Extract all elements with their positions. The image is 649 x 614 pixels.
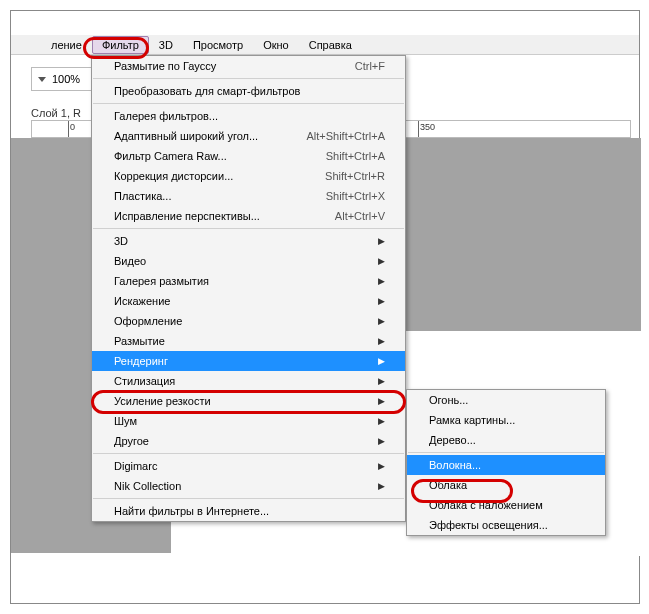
menu-item-label: Рамка картины... [429, 414, 515, 426]
submenu-arrow-icon: ▶ [378, 296, 385, 306]
rendering-submenu-item[interactable]: Облака [407, 475, 605, 495]
submenu-arrow-icon: ▶ [378, 316, 385, 326]
menu-item-label: Исправление перспективы... [114, 210, 260, 222]
menu-item-label: Рендеринг [114, 355, 168, 367]
filter-menu-item[interactable]: Фильтр Camera Raw...Shift+Ctrl+A [92, 146, 405, 166]
menu-item-label: Другое [114, 435, 149, 447]
submenu-arrow-icon: ▶ [378, 376, 385, 386]
menu-shortcut: Shift+Ctrl+X [326, 190, 385, 202]
menu-shortcut: Alt+Ctrl+V [335, 210, 385, 222]
filter-menu-item[interactable]: Видео▶ [92, 251, 405, 271]
filter-menu-item[interactable]: Оформление▶ [92, 311, 405, 331]
submenu-arrow-icon: ▶ [378, 276, 385, 286]
menu-item-label: Эффекты освещения... [429, 519, 548, 531]
menu-просмотр[interactable]: Просмотр [183, 36, 253, 54]
filter-menu-item[interactable]: Исправление перспективы...Alt+Ctrl+V [92, 206, 405, 226]
menu-item-label: Искажение [114, 295, 170, 307]
zoom-value: 100% [52, 73, 80, 85]
menu-shortcut: Ctrl+F [355, 60, 385, 72]
rendering-submenu-item[interactable]: Волокна... [407, 455, 605, 475]
menu-item-label: Nik Collection [114, 480, 181, 492]
filter-menu-item[interactable]: Рендеринг▶ [92, 351, 405, 371]
menu-item-label: Найти фильтры в Интернете... [114, 505, 269, 517]
menu-item-label: Размытие [114, 335, 165, 347]
menu-item-label: Оформление [114, 315, 182, 327]
menu-item-label: Видео [114, 255, 146, 267]
filter-menu-item[interactable]: Размытие▶ [92, 331, 405, 351]
filter-menu-item[interactable]: Галерея размытия▶ [92, 271, 405, 291]
filter-menu-item[interactable]: Найти фильтры в Интернете... [92, 501, 405, 521]
filter-menu-item[interactable]: Адаптивный широкий угол...Alt+Shift+Ctrl… [92, 126, 405, 146]
rendering-submenu-item[interactable]: Дерево... [407, 430, 605, 450]
filter-menu: Размытие по ГауссуCtrl+FПреобразовать дл… [91, 55, 406, 522]
menu-item-label: Размытие по Гауссу [114, 60, 216, 72]
submenu-arrow-icon: ▶ [378, 416, 385, 426]
submenu-arrow-icon: ▶ [378, 396, 385, 406]
menu-item-label: Галерея фильтров... [114, 110, 218, 122]
filter-menu-item[interactable]: Усиление резкости▶ [92, 391, 405, 411]
filter-menu-item[interactable]: Стилизация▶ [92, 371, 405, 391]
submenu-arrow-icon: ▶ [378, 436, 385, 446]
rendering-submenu-item[interactable]: Облака с наложением [407, 495, 605, 515]
menu-item-label: Огонь... [429, 394, 468, 406]
filter-menu-item[interactable]: Nik Collection▶ [92, 476, 405, 496]
app-frame: лениеФильтр3DПросмотрОкноСправка 100% Сл… [10, 10, 640, 604]
menu-item-label: Пластика... [114, 190, 171, 202]
chevron-down-icon [38, 77, 46, 82]
document-tab[interactable]: Слой 1, R [31, 107, 81, 119]
filter-menu-item[interactable]: Шум▶ [92, 411, 405, 431]
menu-item-label: Адаптивный широкий угол... [114, 130, 258, 142]
menu-shortcut: Shift+Ctrl+R [325, 170, 385, 182]
menubar: лениеФильтр3DПросмотрОкноСправка [11, 35, 639, 55]
submenu-arrow-icon: ▶ [378, 336, 385, 346]
submenu-arrow-icon: ▶ [378, 356, 385, 366]
menu-3d[interactable]: 3D [149, 36, 183, 54]
menu-item-label: Волокна... [429, 459, 481, 471]
menu-item-label: Преобразовать для смарт-фильтров [114, 85, 300, 97]
filter-menu-item[interactable]: Галерея фильтров... [92, 106, 405, 126]
menu-item-label: Облака с наложением [429, 499, 543, 511]
filter-menu-item[interactable]: Digimarc▶ [92, 456, 405, 476]
submenu-arrow-icon: ▶ [378, 461, 385, 471]
filter-menu-item[interactable]: Другое▶ [92, 431, 405, 451]
rendering-submenu-item[interactable]: Огонь... [407, 390, 605, 410]
menu-shortcut: Shift+Ctrl+A [326, 150, 385, 162]
menu-фильтр[interactable]: Фильтр [92, 36, 149, 54]
filter-menu-item[interactable]: Искажение▶ [92, 291, 405, 311]
menu-справка[interactable]: Справка [299, 36, 362, 54]
filter-menu-item[interactable]: 3D▶ [92, 231, 405, 251]
menu-item-label: 3D [114, 235, 128, 247]
filter-menu-item[interactable]: Пластика...Shift+Ctrl+X [92, 186, 405, 206]
filter-menu-item[interactable]: Преобразовать для смарт-фильтров [92, 81, 405, 101]
menu-item-label: Усиление резкости [114, 395, 211, 407]
menu-item-label: Стилизация [114, 375, 175, 387]
menu-shortcut: Alt+Shift+Ctrl+A [306, 130, 385, 142]
rendering-submenu-item[interactable]: Эффекты освещения... [407, 515, 605, 535]
menu-окно[interactable]: Окно [253, 36, 299, 54]
filter-menu-item[interactable]: Размытие по ГауссуCtrl+F [92, 56, 405, 76]
menu-item-label: Дерево... [429, 434, 476, 446]
menu-item-label: Digimarc [114, 460, 157, 472]
menu-item-label: Шум [114, 415, 137, 427]
submenu-arrow-icon: ▶ [378, 236, 385, 246]
filter-menu-item[interactable]: Коррекция дисторсии...Shift+Ctrl+R [92, 166, 405, 186]
menu-ление[interactable]: ление [41, 36, 92, 54]
menu-item-label: Облака [429, 479, 467, 491]
submenu-arrow-icon: ▶ [378, 481, 385, 491]
rendering-submenu-item[interactable]: Рамка картины... [407, 410, 605, 430]
menu-item-label: Галерея размытия [114, 275, 209, 287]
menu-item-label: Фильтр Camera Raw... [114, 150, 227, 162]
submenu-arrow-icon: ▶ [378, 256, 385, 266]
rendering-submenu: Огонь...Рамка картины...Дерево...Волокна… [406, 389, 606, 536]
menu-item-label: Коррекция дисторсии... [114, 170, 233, 182]
